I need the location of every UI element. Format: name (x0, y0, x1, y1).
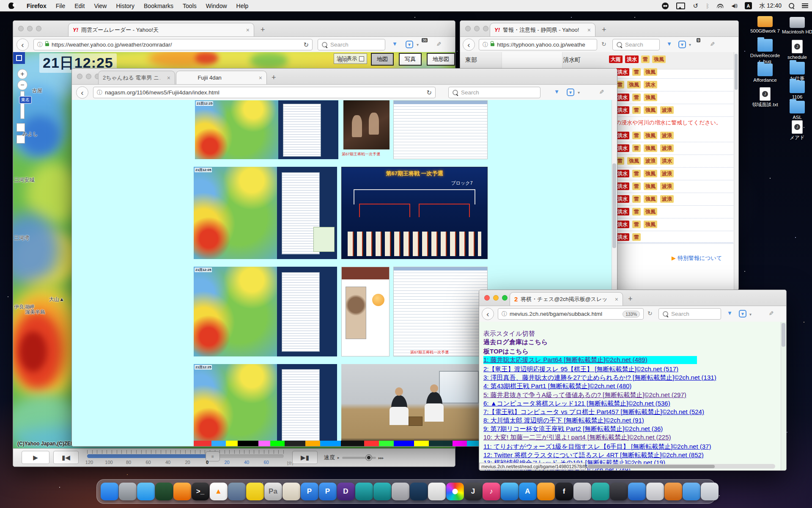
edit-pencil-icon[interactable]: ✎ (768, 311, 774, 316)
screenshot-thumb-bracket[interactable]: 第67期王将戦 一次予選 ブロック7 (341, 167, 488, 259)
step-forward-button[interactable]: ▶▮ (292, 451, 318, 464)
dock-icon-app-grey2[interactable] (573, 483, 591, 500)
screenshot-thumb-doc-1[interactable] (393, 100, 488, 159)
dock-icon-safari[interactable] (501, 483, 518, 500)
dock-icon-terminal[interactable]: >_ (192, 483, 209, 500)
desktop-icon-ASL[interactable]: ASL (782, 101, 812, 121)
screenshot-thumb-radar-1[interactable]: 21日12:25 (195, 100, 338, 159)
url-bar[interactable]: ⓘ https://typhoon.yahoo.co.jp/weathe (479, 39, 597, 50)
thread-link[interactable]: 3: 澤田真吾、藤井聡太の連勝を27で止められるか!? [無断転載禁止]©2ch… (483, 374, 716, 382)
menu-item-window[interactable]: Window (201, 3, 232, 9)
app-status-icon[interactable] (662, 3, 669, 9)
back-button[interactable]: ‹ (76, 86, 88, 99)
dock-icon-app-teal[interactable] (592, 483, 609, 500)
menu-item-bookmarks[interactable]: Bookmarks (139, 3, 178, 9)
dock-icon-app-navy[interactable] (410, 483, 428, 500)
new-tab-button[interactable]: + (602, 26, 606, 33)
scrollbar-thumb[interactable] (782, 323, 785, 347)
thread-link[interactable]: 11: てりおすがウォーズ1級を目指すスレ【6手目】 [無断転載禁止]©2ch.… (483, 443, 711, 451)
back-button[interactable]: ‹ (482, 308, 494, 320)
tab-2channel[interactable]: 2ちゃんねる 電車男 ニュース ヘッドラ × (98, 71, 175, 84)
pocket-download-icon[interactable]: ▼ (739, 310, 746, 318)
new-tab-button[interactable]: + (261, 26, 265, 33)
chevron-down-icon[interactable]: ▾ (749, 312, 752, 317)
download-arrow-icon[interactable]: ▼ (727, 310, 732, 316)
edit-pencil-icon[interactable]: ✎ (709, 41, 716, 47)
dock-icon-photos[interactable] (446, 483, 464, 500)
desktop-icon-お仕事[interactable]: お仕事 (782, 62, 812, 82)
traffic-lights[interactable] (77, 74, 100, 79)
scrollbar-thumb[interactable] (612, 163, 616, 248)
edit-pencil-icon[interactable]: ✎ (435, 41, 442, 47)
map-button-map[interactable]: 地図 (371, 53, 394, 66)
dock-icon-dvd-player[interactable] (155, 483, 173, 500)
map-button-photo[interactable]: 写真 (399, 53, 422, 66)
speed-slider-knob[interactable] (365, 454, 372, 461)
thread-link[interactable]: 2:【竜王】渡辺明応援スレ 95【棋王】 [無断転載禁止]©2ch.net (5… (483, 365, 678, 373)
menu-item-help[interactable]: Help (232, 3, 253, 9)
tab-typhoon[interactable]: Y! 警報・注意報 - 静岡県 - Yahoo! × (490, 23, 595, 36)
dock-icon-firefox[interactable] (173, 483, 191, 500)
screenshot-thumb-doc-2[interactable] (393, 267, 488, 356)
close-tab-icon[interactable]: × (259, 75, 262, 81)
dock-icon-powerpoint[interactable]: P (301, 483, 318, 500)
bluetooth-icon[interactable]: ᛒ (706, 3, 709, 9)
back-button[interactable]: ‹ (16, 39, 29, 51)
menu-item-firefox[interactable]: Firefox (22, 3, 51, 9)
step-back-button[interactable]: ▮◀ (53, 451, 79, 464)
dock-icon-pen-app[interactable] (664, 483, 682, 500)
scrollbar-horizontal[interactable] (587, 464, 775, 469)
dock-icon-stickies[interactable] (246, 483, 264, 500)
time-machine-icon[interactable]: ↺ (693, 3, 698, 9)
speed-slider[interactable] (342, 457, 376, 459)
tab-weather[interactable]: Y! 雨雲ズームレーダー - Yahoo!天 × (68, 23, 254, 36)
screenshot-thumb-radar-2[interactable]: 21日12:05 (194, 167, 337, 259)
chevron-down-icon[interactable]: ▾ (689, 42, 691, 47)
board-link[interactable]: 板TOPはこちら (483, 348, 529, 356)
pocket-download-icon[interactable]: ▼ (406, 41, 413, 48)
zoom-slider[interactable] (20, 91, 25, 119)
dock-icon-earth[interactable] (628, 483, 646, 500)
thread-link[interactable]: 8: 大川慎太郎 渡辺明の手下 [無断転載禁止]©2ch.net (91) (483, 417, 644, 425)
display-airplay-icon[interactable] (676, 3, 685, 9)
zoom-level-badge[interactable]: 133% (623, 311, 640, 318)
apple-menu-icon[interactable] (8, 3, 14, 9)
screenshot-thumb-radar-3[interactable]: 21日12:25 (194, 267, 337, 356)
traffic-lights[interactable] (484, 295, 508, 301)
zoom-out-button[interactable]: − (17, 80, 27, 90)
city-label[interactable]: 清水町 (563, 56, 581, 64)
chevron-down-icon[interactable]: ▾ (417, 42, 419, 47)
reload-icon[interactable]: ↻ (303, 41, 309, 49)
scrollbar-vertical[interactable] (734, 52, 738, 290)
chevron-down-icon[interactable]: ▾ (578, 90, 580, 95)
spotlight-icon[interactable] (789, 3, 794, 8)
thread-link[interactable]: 4: 第43期棋王戦 Part1 [無断転載禁止]©2ch.net (480) (483, 382, 631, 390)
url-bar[interactable]: ⓘ https://weather.yahoo.co.jp/weather/zo… (33, 39, 313, 50)
menu-item-history[interactable]: History (111, 3, 139, 9)
desktop-icon-DriveRecorder_bug[interactable]: DriveRecorder_bug (749, 39, 781, 65)
desktop-icon-500GBwork 7[interactable]: 500GBwork 7 (749, 14, 781, 34)
close-tab-icon[interactable]: × (587, 27, 591, 33)
pocket-download-icon[interactable]: ▼ (567, 88, 574, 96)
notification-center-icon[interactable] (802, 3, 808, 8)
reload-icon[interactable]: ↻ (426, 89, 432, 97)
map-button-terrain[interactable]: 地形図 (427, 53, 455, 66)
play-button[interactable]: ▶ (22, 451, 49, 464)
search-field[interactable]: Search (318, 39, 385, 50)
thread-link[interactable]: 7:【電王戦】コンピュータ vs プロ棋士 Part457 [無断転載禁止]©2… (483, 408, 704, 416)
thread-link[interactable]: 12: Twitter 将棋クラスタについて語るスレ 4RT [無断転載禁止]©… (483, 451, 704, 459)
dock-icon-arduino-2[interactable] (373, 483, 391, 500)
dock-icon-app-lightgrey[interactable] (392, 483, 409, 500)
menubar-clock[interactable]: 水 12:40 (759, 2, 782, 10)
tab-bgame[interactable]: 2 将棋・チェス@2ch掲示板@スレッ × (510, 292, 623, 306)
dock-icon-arduino-1[interactable] (355, 483, 373, 500)
dock-icon-jedit[interactable]: J (464, 483, 482, 500)
traffic-lights[interactable] (465, 26, 488, 31)
board-link[interactable]: 過去ログ倉庫はこちら (483, 338, 548, 346)
collapse-header-button[interactable] (13, 52, 25, 64)
dock-icon-app-bluegrey[interactable] (228, 483, 246, 500)
page-info-icon[interactable]: ⓘ (502, 310, 507, 318)
tab-fujii4dan[interactable]: Fujii 4dan × (176, 71, 267, 84)
dock-icon-package[interactable] (283, 483, 300, 500)
close-tab-icon[interactable]: × (246, 27, 250, 33)
